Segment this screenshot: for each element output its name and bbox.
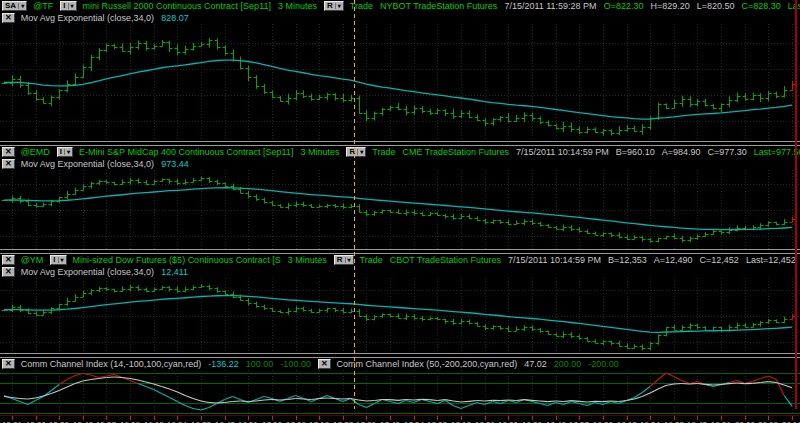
cci-chart-canvas[interactable] <box>0 370 800 415</box>
last-value: Last=12,452 <box>746 255 796 265</box>
cci-panel: ✕Comm Channel Index (14,-100,100,cyan,re… <box>0 358 800 415</box>
route-dropdown-button[interactable]: R▾ <box>334 255 354 265</box>
interval: 3 Minutes <box>288 255 327 265</box>
cci14-upper: 100.00 <box>246 359 274 369</box>
ask-value: A=984.90 <box>662 147 701 157</box>
route-dropdown-button[interactable]: R▾ <box>324 1 344 11</box>
last-value: Last=828.50 <box>788 1 800 11</box>
bid-value: B=960.10 <box>616 147 655 157</box>
symbol: @EMD <box>21 147 50 157</box>
symbol: @YM <box>21 255 44 265</box>
bid-value: B=12,353 <box>608 255 647 265</box>
chevron-down-icon: ▾ <box>18 3 24 9</box>
cci-header: ✕Comm Channel Index (14,-100,100,cyan,re… <box>0 358 800 370</box>
interval-dropdown-button[interactable]: I▾ <box>57 147 73 157</box>
chart-panel-emd: ✕@EMDI▾E-Mini S&P MidCap 400 Continuous … <box>0 146 800 249</box>
chart-panel-ym: ✕@YMI▾Mini-sized Dow Futures ($5) Contin… <box>0 254 800 353</box>
indicator-header-tf: ✕Mov Avg Exponential (close,34,0)828.07 <box>0 12 800 24</box>
exchange: CME TradeStation Futures <box>402 147 509 157</box>
cci50-value: 47.02 <box>524 359 547 369</box>
chart-panel-tf: SA▾@TFI▾mini Russell 2000 Continuous Con… <box>0 0 800 141</box>
high-value: H=829.20 <box>650 1 689 11</box>
cci50-lower: -200.00 <box>588 359 619 369</box>
route-dropdown-button[interactable]: R▾ <box>346 147 366 157</box>
cci14-label: Comm Channel Index (14,-100,100,cyan,red… <box>21 359 202 369</box>
close-indicator-button[interactable]: ✕ <box>318 359 331 369</box>
chevron-down-icon: ▾ <box>345 257 351 263</box>
ask-value: A=12,490 <box>654 255 693 265</box>
chevron-down-icon: ▾ <box>335 3 341 9</box>
close-panel-button[interactable]: ✕ <box>2 147 15 157</box>
indicator-value: 973.44 <box>161 159 189 169</box>
close-value: C=977.30 <box>707 147 746 157</box>
tradestation-chart-window: SA▾@TFI▾mini Russell 2000 Continuous Con… <box>0 0 800 423</box>
exchange: NYBOT TradeStation Futures <box>380 1 497 11</box>
panel-header-tf: SA▾@TFI▾mini Russell 2000 Continuous Con… <box>0 0 800 12</box>
price-chart-canvas-ym[interactable] <box>0 278 800 353</box>
indicator-value: 12,411 <box>161 267 188 277</box>
indicator-label: Mov Avg Exponential (close,34,0) <box>21 267 154 277</box>
timestamp: 7/15/2011 10:14:59 PM <box>508 255 601 265</box>
symbol: @TF <box>33 1 53 11</box>
cci14-value: -136.22 <box>208 359 239 369</box>
timestamp: 7/15/2011 10:14:59 PM <box>516 147 609 157</box>
close-indicator-button[interactable]: ✕ <box>2 267 15 277</box>
price-chart-canvas-emd[interactable] <box>0 170 800 249</box>
contract-description: Mini-sized Dow Futures ($5) Continuous C… <box>73 255 281 265</box>
panel-header-emd: ✕@EMDI▾E-Mini S&P MidCap 400 Continuous … <box>0 146 800 158</box>
time-axis: 15:2115:3015:3915:4815:5716:0616:1516:24… <box>0 415 800 423</box>
indicator-label: Mov Avg Exponential (close,34,0) <box>21 159 154 169</box>
current-bar-marker-line <box>795 0 797 409</box>
close-panel-button[interactable]: ✕ <box>2 255 15 265</box>
cci50-label: Comm Channel Index (50,-200,200,cyan,red… <box>337 359 518 369</box>
close-indicator-button[interactable]: ✕ <box>2 13 15 23</box>
trade-label: Trade <box>372 147 395 157</box>
chevron-down-icon: ▾ <box>58 257 64 263</box>
timestamp: 7/15/2011 11:59:28 PM <box>504 1 596 11</box>
chevron-down-icon: ▾ <box>64 149 70 155</box>
indicator-header-ym: ✕Mov Avg Exponential (close,34,0)12,411 <box>0 266 800 278</box>
trade-label: Trade <box>360 255 383 265</box>
interval: 3 Minutes <box>278 1 317 11</box>
close-value: C=828.30 <box>742 1 781 11</box>
contract-description: mini Russell 2000 Continuous Contract [S… <box>83 1 271 11</box>
contract-description: E-Mini S&P MidCap 400 Continuous Contrac… <box>79 147 293 157</box>
chevron-down-icon: ▾ <box>357 149 363 155</box>
panel-header-ym: ✕@YMI▾Mini-sized Dow Futures ($5) Contin… <box>0 254 800 266</box>
price-chart-canvas-tf[interactable] <box>0 24 800 141</box>
style-dropdown-button[interactable]: SA▾ <box>2 1 27 11</box>
cci50-upper: 200.00 <box>554 359 582 369</box>
cci14-lower: -100.00 <box>280 359 311 369</box>
indicator-header-emd: ✕Mov Avg Exponential (close,34,0)973.44 <box>0 158 800 170</box>
open-value: O=822.30 <box>604 1 644 11</box>
interval: 3 Minutes <box>300 147 339 157</box>
session-break-line <box>354 0 355 409</box>
close-indicator-button[interactable]: ✕ <box>2 359 15 369</box>
close-value: C=12,452 <box>700 255 739 265</box>
last-value: Last=977.50 <box>754 147 800 157</box>
close-indicator-button[interactable]: ✕ <box>2 159 15 169</box>
chevron-down-icon: ▾ <box>68 3 74 9</box>
indicator-value: 828.07 <box>161 13 189 23</box>
indicator-label: Mov Avg Exponential (close,34,0) <box>21 13 154 23</box>
low-value: L=820.50 <box>697 1 735 11</box>
interval-dropdown-button[interactable]: I▾ <box>60 1 76 11</box>
interval-dropdown-button[interactable]: I▾ <box>50 255 66 265</box>
exchange: CBOT TradeStation Futures <box>390 255 501 265</box>
